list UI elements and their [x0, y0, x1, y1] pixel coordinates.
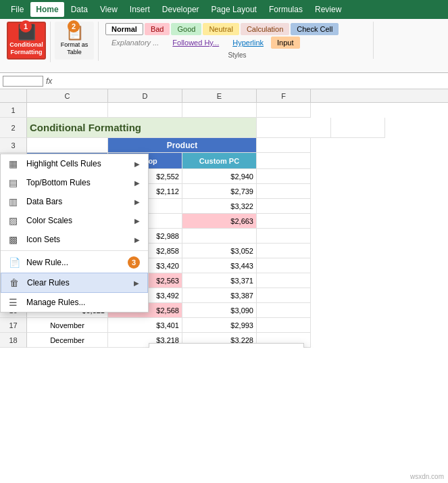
color-scales-icon: ▨	[9, 215, 21, 226]
menu-item-icon-sets[interactable]: ▩ Icon Sets ▶	[1, 230, 148, 249]
icon-sets-label: Icon Sets	[26, 235, 60, 244]
menu-view[interactable]: View	[95, 2, 123, 17]
cell-e11[interactable]	[182, 229, 257, 244]
cell-e1[interactable]	[182, 103, 257, 118]
icon-sets-icon: ▩	[9, 234, 21, 245]
dropdown-divider-1	[1, 250, 148, 251]
menu-formulas[interactable]: Formulas	[264, 2, 308, 17]
cell-f8[interactable]	[257, 184, 311, 199]
data-bars-arrow: ▶	[134, 198, 140, 206]
cell-product-header[interactable]: Product	[108, 138, 257, 153]
style-hyperlink[interactable]: Hyperlink	[226, 37, 270, 49]
menu-data[interactable]: Data	[66, 2, 93, 17]
menu-home[interactable]: Home	[30, 2, 64, 17]
new-rule-icon: 📄	[9, 257, 21, 268]
dropdown-menu: ▦ Highlight Cells Rules ▶ ▤ Top/Bottom R…	[0, 154, 149, 313]
style-good[interactable]: Good	[171, 23, 201, 35]
table-row: 1	[0, 103, 448, 118]
cell-f13[interactable]	[257, 258, 311, 273]
highlight-cells-label: Highlight Cells Rules	[26, 159, 101, 168]
data-bars-label: Data Bars	[26, 197, 62, 206]
cell-f11[interactable]	[257, 229, 311, 244]
style-explanatory[interactable]: Explanatory ...	[105, 37, 165, 49]
cell-f17[interactable]	[257, 318, 311, 333]
table-row: 17 November $3,401 $2,993	[0, 318, 448, 333]
cell-e14[interactable]: $3,371	[182, 273, 257, 288]
formula-bar: fx	[0, 73, 448, 89]
new-rule-label: New Rule...	[26, 258, 68, 267]
cell-f7[interactable]	[257, 169, 311, 184]
cell-e12[interactable]: $3,052	[182, 244, 257, 258]
styles-label: Styles	[105, 50, 369, 59]
top-bottom-arrow: ▶	[134, 179, 140, 187]
cell-f12[interactable]	[257, 244, 311, 258]
menu-bar: File Home Data View Insert Developer Pag…	[0, 0, 448, 19]
manage-rules-icon: ☰	[9, 297, 21, 308]
menu-insert[interactable]: Insert	[124, 2, 155, 17]
menu-item-manage-rules[interactable]: ☰ Manage Rules...	[1, 293, 148, 312]
cell-title[interactable]: Conditional Formatting	[27, 118, 257, 138]
menu-item-clear-rules[interactable]: 🗑 Clear Rules ▶	[1, 273, 148, 293]
style-followed[interactable]: Followed Hy...	[166, 37, 225, 49]
menu-item-data-bars[interactable]: ▥ Data Bars ▶	[1, 192, 148, 211]
badge-2: 2	[68, 20, 80, 32]
cell-custompc-header[interactable]: Custom PC	[182, 153, 257, 169]
cell-e13[interactable]: $3,443	[182, 258, 257, 273]
cell-e7[interactable]: $2,940	[182, 169, 257, 184]
menu-review[interactable]: Review	[309, 2, 347, 17]
cell-e17[interactable]: $2,993	[182, 318, 257, 333]
style-neutral[interactable]: Neutral	[203, 23, 239, 35]
menu-item-new-rule[interactable]: 📄 New Rule... 3	[1, 252, 148, 273]
cell-d17[interactable]: $3,401	[108, 318, 182, 333]
dropdown-overlay: ▦ Highlight Cells Rules ▶ ▤ Top/Bottom R…	[0, 154, 149, 313]
cell-d1[interactable]	[108, 103, 182, 118]
style-bad[interactable]: Bad	[145, 23, 170, 35]
col-header-e: E	[182, 89, 257, 102]
cell-f15[interactable]	[257, 288, 311, 303]
cell-label-17[interactable]: November	[27, 318, 108, 333]
menu-file[interactable]: File	[5, 2, 29, 17]
row-num-17: 17	[0, 318, 27, 333]
color-scales-arrow: ▶	[134, 217, 140, 225]
cell-e2[interactable]	[257, 118, 331, 138]
cell-e8[interactable]: $2,739	[182, 184, 257, 199]
highlight-cells-icon: ▦	[9, 158, 21, 169]
style-checkcel[interactable]: Check Cell	[291, 23, 339, 35]
cell-f3[interactable]	[257, 138, 311, 153]
style-normal[interactable]: Normal	[105, 23, 143, 35]
ribbon: ⬛ Conditional Formatting 1 📋 Format as T…	[0, 19, 448, 73]
badge-3: 3	[128, 256, 140, 269]
icon-sets-arrow: ▶	[134, 236, 140, 244]
cell-f4[interactable]	[257, 153, 311, 169]
col-headers: C D E F	[0, 89, 448, 103]
menu-developer[interactable]: Developer	[157, 2, 205, 17]
cell-e10[interactable]: $2,663	[182, 214, 257, 229]
cell-f14[interactable]	[257, 273, 311, 288]
col-header-d: D	[108, 89, 182, 102]
cell-label-18[interactable]: December	[27, 333, 108, 348]
table-row: 2 Conditional Formatting	[0, 118, 448, 138]
menu-item-top-bottom[interactable]: ▤ Top/Bottom Rules ▶	[1, 173, 148, 192]
clear-rules-arrow: ▶	[134, 279, 139, 287]
cell-e16[interactable]: $3,090	[182, 303, 257, 318]
cell-c3[interactable]	[27, 138, 108, 153]
menu-item-highlight-cells[interactable]: ▦ Highlight Cells Rules ▶	[1, 154, 148, 173]
cell-e15[interactable]: $3,387	[182, 288, 257, 303]
cell-f10[interactable]	[257, 214, 311, 229]
highlight-cells-arrow: ▶	[134, 160, 140, 168]
cell-f1[interactable]	[257, 103, 311, 118]
cell-f9[interactable]	[257, 199, 311, 214]
styles-section: Normal Bad Good Neutral Calculation Chec…	[101, 22, 374, 59]
cell-e9[interactable]: $3,322	[182, 199, 257, 214]
name-box[interactable]	[3, 76, 43, 87]
cell-c1[interactable]	[27, 103, 108, 118]
color-scales-label: Color Scales	[26, 216, 72, 225]
style-calculation[interactable]: Calculation	[241, 23, 289, 35]
menu-item-color-scales[interactable]: ▨ Color Scales ▶	[1, 211, 148, 230]
cell-f2[interactable]	[331, 118, 385, 138]
style-input[interactable]: Input	[271, 37, 299, 49]
cell-f16[interactable]	[257, 303, 311, 318]
menu-page-layout[interactable]: Page Layout	[206, 2, 262, 17]
submenu: Clear Rules from Selected Cells Clear Ru…	[149, 343, 304, 348]
submenu-item-selected-cells[interactable]: Clear Rules from Selected Cells	[149, 344, 303, 348]
